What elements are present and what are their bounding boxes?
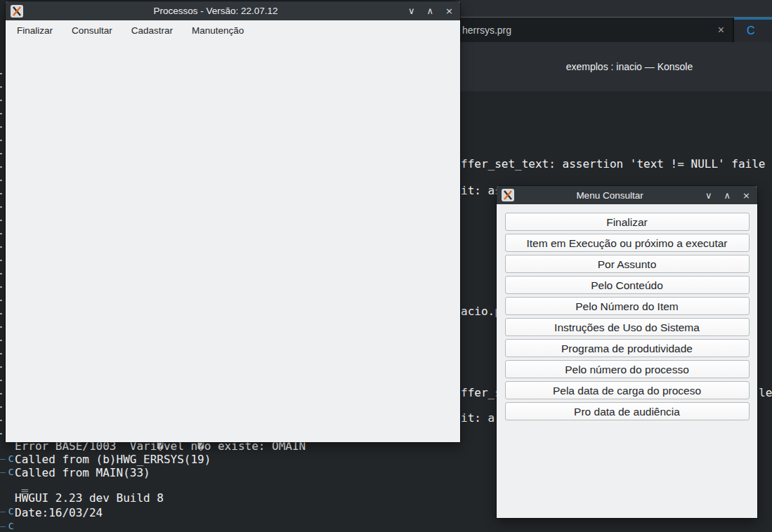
menu-cadastrar[interactable]: Cadastrar <box>131 25 173 36</box>
terminal-clipped-line-ticks <box>0 73 2 439</box>
menu-consultar-dialog: Menu Consultar ∨ ∧ × Finalizar Item em E… <box>497 186 757 518</box>
btn-por-assunto[interactable]: Por Assunto <box>505 255 750 273</box>
maximize-icon[interactable]: ∧ <box>724 190 731 201</box>
menu-finalizar[interactable]: Finalizar <box>17 25 53 36</box>
processos-titlebar[interactable]: Processos - Versão: 22.07.12 ∨ ∧ × <box>6 1 460 20</box>
btn-item-em-execucao[interactable]: Item em Execução ou próximo a executar <box>505 234 750 252</box>
btn-finalizar[interactable]: Finalizar <box>505 213 750 231</box>
terminal-prompt-line[interactable]: Time:02:21:17itamar@itamar-desktop:~/fon… <box>15 519 685 532</box>
tab-partial-active[interactable]: C <box>734 18 772 42</box>
tab-active-label: C <box>747 25 755 37</box>
dialog-title: Menu Consultar <box>514 190 705 201</box>
terminal-fragment: ffer_s <box>461 386 502 399</box>
marker-c-icon: C <box>8 467 14 477</box>
processos-client-area <box>6 41 460 442</box>
terminal-fragment: ffer_set_text: assertion 'text != NULL' … <box>461 157 765 171</box>
window-title: Processos - Versão: 22.07.12 <box>23 6 408 16</box>
processos-menubar: Finalizar Consultar Cadastrar Manutenção <box>6 20 460 41</box>
command-marker: –C <box>0 521 14 531</box>
dialog-titlebar[interactable]: Menu Consultar ∨ ∧ × <box>497 186 757 204</box>
btn-pela-data-de-carga[interactable]: Pela data de carga do proceso <box>505 381 750 399</box>
editor-titlebar-edge <box>455 0 772 18</box>
editor-window: herrsys.prg × C <box>455 0 772 42</box>
window-controls: ∨ ∧ × <box>705 190 750 201</box>
btn-pelo-numero-do-item[interactable]: Pelo Número do Item <box>505 297 750 315</box>
xterm-icon <box>502 189 514 201</box>
maximize-icon[interactable]: ∧ <box>427 6 434 16</box>
terminal-fragment: it: a <box>461 411 495 425</box>
menu-manutencao[interactable]: Manutenção <box>192 25 244 36</box>
terminal-fragment: le <box>759 386 772 399</box>
btn-pelo-conteudo[interactable]: Pelo Conteúdo <box>505 276 750 294</box>
command-marker: –C <box>0 467 14 477</box>
tab-close-icon[interactable]: × <box>718 24 724 36</box>
tab-label: herrsys.prg <box>462 25 511 36</box>
minimize-icon[interactable]: ∨ <box>408 6 415 16</box>
processos-window: Processos - Versão: 22.07.12 ∨ ∧ × Final… <box>6 1 460 442</box>
terminal-output-line: Called from MAIN(33) <box>15 466 150 479</box>
scroll-indicator-icon: ≡ <box>20 486 30 497</box>
marker-c-icon: C <box>8 521 14 531</box>
close-icon[interactable]: × <box>445 6 453 16</box>
terminal-fragment: it: as <box>461 184 502 197</box>
terminal-fragment: acio.p <box>461 305 502 318</box>
minimize-icon[interactable]: ∨ <box>705 190 712 201</box>
terminal-output-line: Date:16/03/24 <box>15 506 103 519</box>
marker-dash: – <box>0 467 6 477</box>
btn-pelo-numero-do-processo[interactable]: Pelo número do processo <box>505 360 750 378</box>
konsole-titlebar[interactable]: exemplos : inacio — Konsole <box>455 42 772 91</box>
btn-programa-produtividade[interactable]: Programa de produtividade <box>505 339 750 357</box>
terminal-output-line: HWGUI 2.23 dev Build 8 <box>15 491 164 505</box>
dialog-body: Finalizar Item em Execução ou próximo a … <box>497 204 757 420</box>
window-controls: ∨ ∧ × <box>408 6 453 16</box>
btn-instrucoes-de-uso[interactable]: Instruções de Uso do Sistema <box>505 318 750 336</box>
xterm-icon <box>11 5 23 18</box>
menu-consultar[interactable]: Consultar <box>72 25 112 36</box>
editor-tab-bar: herrsys.prg × C <box>455 18 772 42</box>
marker-c-icon: C <box>8 506 14 517</box>
konsole-window-title: exemplos : inacio — Konsole <box>535 61 693 72</box>
tab-herrsys-prg[interactable]: herrsys.prg × <box>455 18 734 42</box>
close-icon[interactable]: × <box>742 190 750 201</box>
terminal-output-line: Called from (b)HWG_ERRSYS(19) <box>15 453 211 466</box>
btn-pro-data-de-audiencia[interactable]: Pro data de audiência <box>505 402 750 420</box>
command-marker: –C <box>0 507 14 516</box>
marker-dash: – <box>0 506 6 517</box>
marker-dash: – <box>0 521 6 531</box>
marker-c-icon: C <box>8 453 14 464</box>
command-marker: –C <box>0 454 14 463</box>
marker-dash: – <box>0 453 6 464</box>
